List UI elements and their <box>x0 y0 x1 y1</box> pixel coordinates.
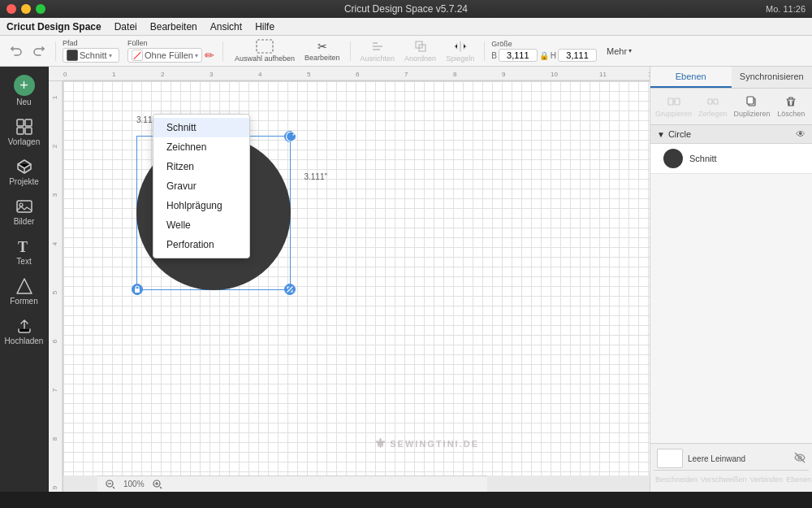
verbinden-button[interactable]: Verbinden <box>749 472 785 487</box>
schnitt-dropdown[interactable]: Schnitt ▾ <box>63 48 119 63</box>
sidebar-label-projekte: Projekte <box>9 177 39 186</box>
title-bar: Cricut Design Space v5.7.24 Mo. 11:26 <box>0 0 812 18</box>
auswahl-aufheben-button[interactable]: Auswahl aufheben <box>231 37 298 64</box>
anordnen-label: Anordnen <box>404 54 436 63</box>
tab-ebenen[interactable]: Ebenen <box>650 67 732 88</box>
svg-text:3: 3 <box>51 193 58 197</box>
dropdown-item-ritzen[interactable]: Ritzen <box>153 157 249 176</box>
eye-icon[interactable]: 👁 <box>796 128 806 140</box>
width-label: B <box>491 51 497 60</box>
vorlagen-icon <box>15 118 33 136</box>
redo-button[interactable] <box>29 43 49 59</box>
svg-text:6: 6 <box>51 339 58 343</box>
traffic-lights[interactable] <box>6 4 45 14</box>
mehr-button[interactable]: Mehr ▾ <box>603 45 635 58</box>
canvas-item[interactable]: Leere Leinwand <box>654 447 809 470</box>
panel-zerlegen-button[interactable]: Zerlegen <box>695 92 730 121</box>
chevron-down-icon: ▾ <box>109 52 112 59</box>
chevron-icon: ▼ <box>657 130 665 139</box>
bearbeiten-button[interactable]: ✂ Bearbeiten <box>301 38 343 63</box>
dropdown-item-schnitt[interactable]: Schnitt <box>153 118 249 137</box>
menu-bearbeiten[interactable]: Bearbeiten <box>150 21 197 33</box>
app-menu-bar: Cricut Design Space Datei Bearbeiten Ans… <box>0 18 812 36</box>
sidebar-item-text[interactable]: T Text <box>3 232 45 271</box>
sidebar-item-formen[interactable]: Formen <box>3 272 45 310</box>
tab-synchronisieren[interactable]: Synchronisieren <box>732 67 813 88</box>
panel-loschen-button[interactable]: Löschen <box>774 92 809 121</box>
sidebar-item-bilder[interactable]: Bilder <box>3 193 45 231</box>
sidebar-item-projekte[interactable]: Projekte <box>3 153 45 191</box>
svg-text:0: 0 <box>63 71 67 78</box>
ohne-fullen-dropdown[interactable]: Ohne Füllen ▾ <box>127 48 202 63</box>
ruler-vertical: 1 2 3 4 5 6 7 8 9 <box>49 81 63 492</box>
auswahl-aufheben-label: Auswahl aufheben <box>235 54 295 63</box>
sidebar-label-new: Neu <box>16 98 31 106</box>
sidebar-label-hochladen: Hochladen <box>5 336 44 345</box>
lock-handle[interactable] <box>132 284 143 295</box>
height-input[interactable] <box>558 49 597 62</box>
zoom-in-button[interactable] <box>151 478 164 491</box>
duplizieren-label: Duplizieren <box>734 110 771 118</box>
menu-datei[interactable]: Datei <box>114 21 137 33</box>
zoom-out-button[interactable] <box>104 478 117 491</box>
dropdown-item-welle[interactable]: Welle <box>153 215 249 235</box>
dropdown-item-hohlpragung[interactable]: Hohlprägung <box>153 196 249 215</box>
ausrichten-button[interactable]: Ausrichten <box>357 37 399 64</box>
sidebar-item-vorlagen[interactable]: Vorlagen <box>3 113 45 151</box>
pfad-dropdown-menu[interactable]: Schnitt Zeichnen Ritzen Gravur Hohlprägu… <box>153 114 250 258</box>
svg-rect-47 <box>668 98 673 105</box>
layer-item-schnitt[interactable]: Schnitt <box>650 144 812 174</box>
undo-button[interactable] <box>6 43 26 59</box>
rotate-handle[interactable] <box>284 131 296 142</box>
sidebar-item-hochladen[interactable]: Hochladen <box>3 312 45 350</box>
svg-rect-54 <box>747 97 754 104</box>
spiegeln-button[interactable]: Spiegeln <box>443 37 477 64</box>
minimize-button[interactable] <box>21 4 31 14</box>
svg-text:1: 1 <box>112 71 116 78</box>
layer-item-name: Schnitt <box>689 154 717 163</box>
svg-text:5: 5 <box>307 71 311 78</box>
gruppieren-label: Gruppieren <box>655 110 692 118</box>
panel-duplizieren-button[interactable]: Duplizieren <box>732 92 772 121</box>
color-swatch <box>67 50 78 61</box>
hochladen-icon <box>15 317 33 335</box>
dropdown-item-perforation[interactable]: Perforation <box>153 235 249 254</box>
bottom-panel: Leere Leinwand Beschneiden Verschweißen … <box>650 443 812 492</box>
menu-ansicht[interactable]: Ansicht <box>210 21 242 33</box>
svg-marker-14 <box>17 279 32 293</box>
svg-text:12: 12 <box>648 71 650 78</box>
close-button[interactable] <box>6 4 16 14</box>
fullen-label: Füllen <box>127 39 214 47</box>
right-panel-toolbar: Gruppieren Zerlegen Duplizieren Löschen <box>650 89 812 125</box>
dropdown-item-gravur[interactable]: Gravur <box>153 176 249 196</box>
svg-text:T: T <box>18 239 28 255</box>
bilder-icon <box>15 198 33 215</box>
scale-handle[interactable] <box>284 284 296 295</box>
grosse-label: Größe <box>491 40 597 48</box>
svg-text:6: 6 <box>356 71 360 78</box>
anordnen-button[interactable]: Anordnen <box>401 37 439 64</box>
maximize-button[interactable] <box>36 4 45 14</box>
verschweissen-button[interactable]: Verschweißen <box>699 472 749 487</box>
sidebar-item-new[interactable]: + Neu <box>3 70 45 111</box>
watermark: ⚜ SEWINGTINI.DE <box>374 436 479 451</box>
layer-group-circle[interactable]: ▼ Circle 👁 <box>650 125 812 144</box>
width-input[interactable] <box>499 49 538 62</box>
menu-hilfe[interactable]: Hilfe <box>255 21 274 33</box>
sidebar-label-bilder: Bilder <box>14 217 35 226</box>
canvas-area[interactable]: 0 1 2 3 4 5 6 7 8 9 10 11 12 1 2 3 <box>49 67 650 492</box>
schnitt-value: Schnitt <box>80 50 107 60</box>
sidebar-label-formen: Formen <box>10 297 37 306</box>
ruler-h-svg: 0 1 2 3 4 5 6 7 8 9 10 11 12 <box>63 67 650 81</box>
svg-rect-48 <box>675 98 680 105</box>
ebenen-button[interactable]: Ebenen <box>784 472 812 487</box>
ruler-horizontal: 0 1 2 3 4 5 6 7 8 9 10 11 12 <box>49 67 650 81</box>
canvas-grid[interactable]: + 3.111" 3.111" ⚜ SEWINGTINI.DE <box>63 81 650 475</box>
dropdown-item-zeichnen[interactable]: Zeichnen <box>153 137 249 157</box>
svg-rect-51 <box>714 99 718 104</box>
lock-icon: 🔒 <box>539 51 549 60</box>
canvas-hide-icon[interactable] <box>794 452 806 466</box>
beschneiden-button[interactable]: Beschneiden <box>654 472 699 487</box>
sidebar-label-vorlagen: Vorlagen <box>8 137 40 146</box>
panel-gruppieren-button[interactable]: Gruppieren <box>654 92 693 121</box>
